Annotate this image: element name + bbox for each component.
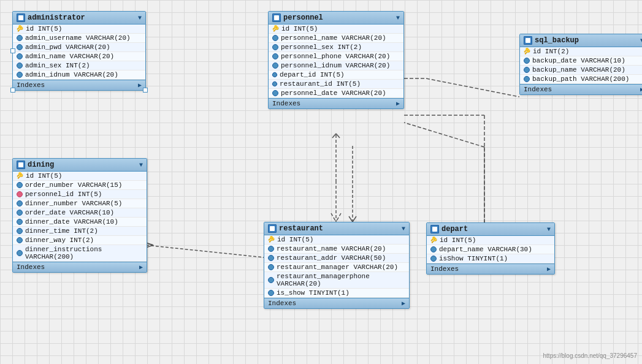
field-icon [272, 90, 278, 96]
field-icon [17, 210, 23, 216]
table-row: 🔑 id INT(5) [269, 25, 403, 34]
table-row: restaurant_manager VARCHAR(20) [264, 263, 409, 272]
table-personnel: personnel ▼ 🔑 id INT(5) personnel_name V… [268, 11, 404, 109]
table-administrator-header[interactable]: administrator ▼ [13, 12, 145, 25]
indexes-arrow: ▶ [396, 100, 400, 107]
field-icon [524, 76, 530, 82]
field-icon [17, 53, 23, 59]
field-icon [268, 246, 274, 252]
table-row: personnel_idnum VARCHAR(20) [269, 61, 403, 70]
table-dining: dining ▼ 🔑 id INT(5) order_number VARCHA… [12, 158, 147, 273]
indexes-arrow: ▶ [547, 265, 551, 273]
svg-line-8 [332, 134, 336, 138]
field-icon [17, 219, 23, 225]
field-icon [17, 182, 23, 188]
table-dining-indexes[interactable]: Indexes ▶ [13, 262, 147, 272]
table-row: restaurant_name VARCHAR(20) [264, 245, 409, 254]
indexes-label: Indexes [430, 265, 459, 273]
table-restaurant-header[interactable]: restaurant ▼ [264, 222, 409, 235]
table-depart-dropdown[interactable]: ▼ [547, 226, 551, 233]
table-dining-icon [17, 161, 25, 169]
table-row: personnel_phone VARCHAR(20) [269, 52, 403, 61]
fk-icon [17, 191, 23, 197]
table-administrator-indexes[interactable]: Indexes ▶ [13, 80, 145, 90]
table-administrator-icon [17, 13, 25, 22]
table-administrator-name: administrator [28, 13, 85, 22]
table-personnel-dropdown[interactable]: ▼ [396, 15, 400, 21]
table-depart-icon [430, 225, 439, 233]
field-icon [17, 72, 23, 78]
table-row: depart_id INT(5) [269, 70, 403, 80]
table-depart-header[interactable]: depart ▼ [427, 223, 554, 236]
table-dining-header[interactable]: dining ▼ [13, 159, 147, 172]
table-sql-backup-name: sql_backup [535, 36, 579, 45]
resize-handle-br[interactable] [143, 88, 148, 93]
table-row: admin_sex INT(2) [13, 61, 145, 70]
table-row: restaurant_id INT(5) [269, 80, 403, 89]
indexes-label: Indexes [524, 86, 552, 93]
table-restaurant-dropdown[interactable]: ▼ [402, 226, 405, 232]
resize-handle-ml[interactable] [10, 48, 15, 53]
table-depart-indexes[interactable]: Indexes ▶ [427, 264, 554, 274]
table-row: depart_name VARCHAR(30) [427, 245, 554, 254]
indexes-arrow: ▶ [139, 264, 143, 271]
table-dining-dropdown[interactable]: ▼ [139, 162, 143, 169]
indexes-label: Indexes [17, 264, 45, 271]
table-sql-backup-icon [524, 36, 532, 45]
fk-icon [271, 80, 278, 87]
table-row: 🔑 id INT(5) [13, 25, 145, 34]
field-icon [17, 35, 23, 41]
field-icon [17, 44, 23, 50]
table-personnel-indexes[interactable]: Indexes ▶ [269, 98, 403, 108]
table-personnel-header[interactable]: personnel ▼ [269, 12, 403, 25]
table-depart: depart ▼ 🔑 id INT(5) depart_name VARCHAR… [426, 222, 555, 275]
table-restaurant-icon [268, 224, 277, 233]
field-icon [268, 277, 274, 283]
resize-handle-bl[interactable] [10, 88, 15, 93]
table-restaurant-name: restaurant [279, 224, 323, 233]
table-row: order_number VARCHAR(15) [13, 181, 147, 190]
indexes-arrow: ▶ [402, 300, 405, 307]
table-row: order_date VARCHAR(10) [13, 208, 147, 218]
indexes-arrow: ▶ [138, 82, 142, 89]
table-row: admin_name VARCHAR(20) [13, 52, 145, 61]
table-restaurant-indexes[interactable]: Indexes ▶ [264, 298, 409, 308]
table-row: dinner_way INT(2) [13, 236, 147, 245]
table-sql-backup-header[interactable]: sql_backup ▼ [520, 34, 642, 47]
table-row: personnel_name VARCHAR(20) [269, 34, 403, 43]
table-personnel-icon [272, 13, 281, 22]
fk-icon [271, 71, 278, 78]
indexes-label: Indexes [272, 100, 300, 107]
table-row: dinner_number VARCHAR(5) [13, 199, 147, 208]
table-row: personnel_id INT(5) [13, 190, 147, 199]
field-icon [17, 200, 23, 207]
table-row: admin_idnum VARCHAR(20) [13, 70, 145, 80]
table-personnel-name: personnel [283, 13, 323, 22]
table-depart-name: depart [441, 225, 468, 233]
svg-line-14 [146, 245, 264, 257]
table-sql-backup-indexes[interactable]: Indexes ▶ [520, 84, 642, 94]
table-administrator: administrator ▼ 🔑 id INT(5) admin_userna… [12, 11, 146, 91]
svg-line-1 [426, 78, 519, 97]
table-row: backup_path VARCHAR(200) [520, 75, 642, 84]
field-icon [17, 63, 23, 69]
field-icon [17, 250, 23, 256]
svg-line-19 [404, 123, 484, 147]
field-icon [272, 63, 278, 69]
field-icon [272, 35, 278, 41]
field-icon [17, 237, 23, 243]
field-icon [430, 256, 437, 262]
svg-line-7 [336, 213, 341, 222]
table-row: admin_username VARCHAR(20) [13, 34, 145, 43]
svg-line-6 [331, 213, 336, 222]
svg-line-17 [148, 244, 153, 245]
table-row: restaurant_managerphone VARCHAR(20) [264, 272, 409, 289]
indexes-label: Indexes [268, 300, 296, 307]
table-row: personnel_sex INT(2) [269, 43, 403, 52]
table-row: 🔑 id INT(5) [13, 172, 147, 181]
table-row: dinner_date VARCHAR(10) [13, 218, 147, 227]
field-icon [524, 67, 530, 73]
key-icon: 🔑 [430, 237, 437, 244]
table-sql-backup: sql_backup ▼ 🔑 id INT(2) backup_date VAR… [519, 34, 642, 95]
table-administrator-dropdown[interactable]: ▼ [138, 15, 142, 21]
